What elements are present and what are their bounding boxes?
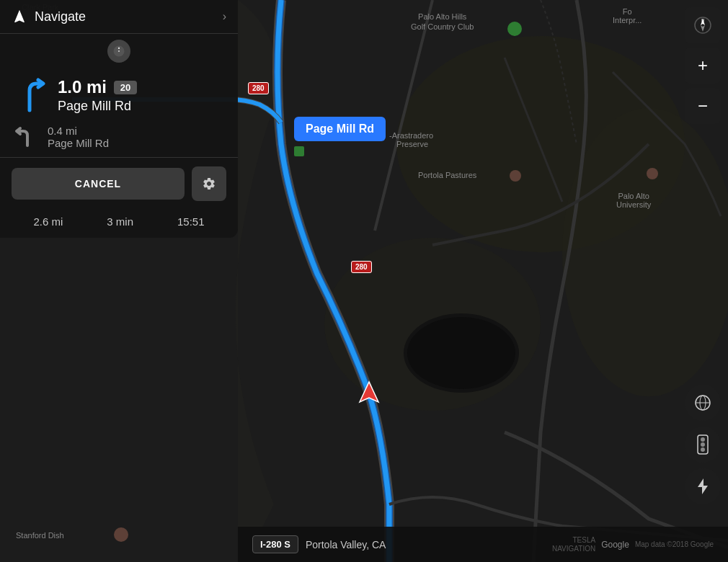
bottom-controls — [685, 385, 721, 504]
zoom-out-button[interactable]: − — [685, 88, 721, 124]
map-data-label: Map data ©2018 Google — [635, 540, 714, 548]
svg-point-3 — [562, 108, 728, 396]
action-row: CANCEL — [0, 158, 238, 210]
zoom-in-button[interactable]: + — [685, 48, 721, 84]
svg-point-8 — [510, 170, 521, 182]
speed-limit-badge: 20 — [114, 81, 137, 94]
turn-distance-row: 1.0 mi 20 — [58, 77, 226, 97]
gear-icon — [202, 177, 216, 191]
bolt-button[interactable] — [685, 468, 721, 504]
svg-rect-10 — [294, 146, 304, 156]
highway-shield-280-top: 280 — [248, 81, 269, 94]
svg-point-6 — [407, 317, 515, 389]
svg-point-9 — [647, 168, 658, 179]
navigation-panel: Navigate › 1.0 mi 20 Page Mill Rd — [0, 0, 238, 238]
svg-point-11 — [114, 527, 128, 542]
car-position-marker — [358, 380, 380, 409]
svg-marker-12 — [360, 382, 378, 402]
globe-button[interactable] — [685, 385, 721, 421]
secondary-turn-info: 0.4 mi Page Mill Rd — [48, 125, 109, 149]
compass-button[interactable]: N — [685, 7, 721, 43]
map-street-label: Page Mill Rd — [294, 117, 386, 141]
primary-turn-arrow — [12, 78, 48, 114]
nav-header-left: Navigate — [12, 9, 86, 24]
right-controls: N + − — [685, 7, 721, 124]
tesla-nav-label: TESLANAVIGATION — [552, 536, 595, 553]
secondary-turn-instruction: 0.4 mi Page Mill Rd — [0, 120, 238, 158]
highway-shield-280-bottom: 280 — [351, 259, 372, 272]
svg-marker-16 — [701, 25, 705, 32]
stats-row: 2.6 mi 3 min 15:51 — [0, 210, 238, 238]
primary-distance: 1.0 mi — [58, 77, 107, 97]
svg-point-22 — [701, 437, 705, 442]
navigate-icon — [12, 9, 27, 24]
primary-turn-info: 1.0 mi 20 Page Mill Rd — [58, 77, 226, 114]
tesla-avatar — [107, 40, 130, 63]
traffic-button[interactable] — [685, 427, 721, 463]
primary-street-name: Page Mill Rd — [58, 99, 226, 114]
nav-chevron-icon[interactable]: › — [223, 10, 226, 23]
globe-icon — [694, 394, 711, 411]
bottom-right-info: TESLANAVIGATION Google Map data ©2018 Go… — [552, 536, 714, 553]
highway-badge: I-280 S — [252, 535, 298, 553]
bolt-icon — [696, 478, 710, 495]
bottom-location: Portola Valley, CA — [306, 539, 386, 550]
primary-turn-instruction: 1.0 mi 20 Page Mill Rd — [0, 68, 238, 120]
secondary-street-name: Page Mill Rd — [48, 137, 109, 149]
travel-time: 3 min — [107, 215, 133, 228]
cancel-button[interactable]: CANCEL — [12, 168, 185, 200]
eta-time: 15:51 — [177, 215, 205, 228]
google-label: Google — [601, 540, 629, 550]
nav-title: Navigate — [35, 9, 86, 24]
svg-marker-25 — [698, 478, 708, 494]
svg-text:N: N — [701, 18, 704, 22]
svg-point-7 — [507, 22, 522, 36]
bottom-bar: I-280 S Portola Valley, CA TESLANAVIGATI… — [238, 527, 728, 562]
svg-point-24 — [701, 447, 705, 452]
secondary-distance: 0.4 mi — [48, 125, 109, 137]
secondary-turn-arrow — [12, 124, 37, 150]
traffic-icon — [695, 434, 711, 455]
svg-point-23 — [701, 442, 705, 447]
nav-header: Navigate › — [0, 0, 238, 34]
tesla-logo-area — [0, 34, 238, 68]
total-distance: 2.6 mi — [33, 215, 63, 228]
settings-button[interactable] — [192, 166, 226, 201]
